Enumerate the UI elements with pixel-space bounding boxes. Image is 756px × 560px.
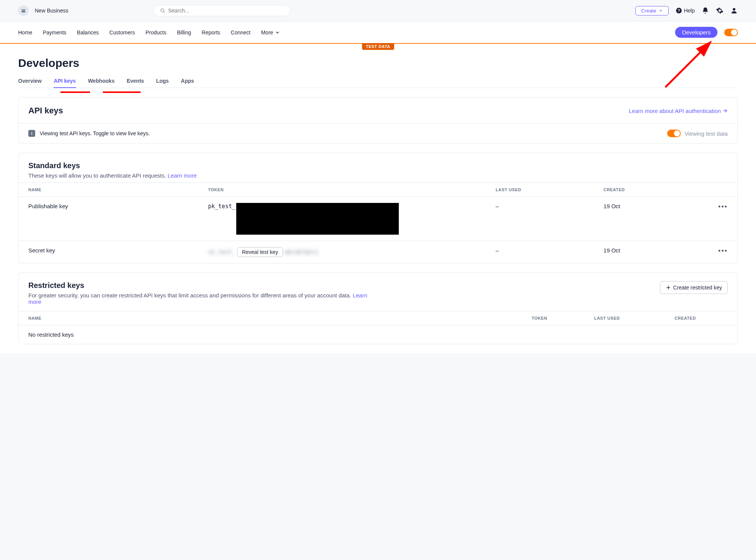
row-menu-icon[interactable]: ••• [718,203,728,210]
restricted-keys-card: Restricted keys For greater security, yo… [18,272,738,344]
nav-payments[interactable]: Payments [43,29,66,36]
col-name: NAME [19,183,198,197]
svg-line-1 [163,12,164,13]
topbar-right: Create ? Help [635,6,738,15]
tab-overview[interactable]: Overview [18,76,42,88]
api-keys-card: API keys Learn more about API authentica… [18,97,738,144]
create-restricted-label: Create restricted key [673,285,722,291]
nav-more[interactable]: More [261,29,280,36]
col-created: CREATED [594,183,702,197]
info-icon: i [28,130,35,137]
nav-connect[interactable]: Connect [231,29,251,36]
help-icon: ? [675,7,682,14]
table-row: Publishable key pk_test_ – 19 Oct ••• [19,197,737,241]
nav-more-label: More [261,29,273,36]
row-menu-icon[interactable]: ••• [718,247,728,255]
key-created: 19 Oct [594,241,702,263]
main-nav: Home Payments Balances Customers Product… [0,22,756,44]
restricted-keys-description: For greater security, you can create res… [28,292,369,305]
col-name: NAME [19,311,522,325]
arrow-right-icon [722,108,728,113]
search-icon [160,8,165,13]
business-icon[interactable] [18,5,29,16]
create-button[interactable]: Create [635,6,669,15]
test-mode-toggle[interactable] [724,29,738,36]
search-input[interactable] [168,8,284,14]
help-link[interactable]: ? Help [675,7,695,14]
col-created: CREATED [665,311,737,325]
col-last-used: LAST USED [584,311,665,325]
nav-customers[interactable]: Customers [109,29,135,36]
developers-button[interactable]: Developers [675,27,717,38]
col-token: TOKEN [522,311,584,325]
standard-keys-description: These keys will allow you to authenticat… [28,172,728,179]
standard-keys-title: Standard keys [28,161,728,170]
col-token: TOKEN [198,183,486,197]
chevron-down-icon [658,8,663,13]
chevron-down-icon [275,30,280,35]
standard-keys-card: Standard keys These keys will allow you … [18,153,738,263]
svg-point-4 [733,8,736,11]
key-last-used: – [486,197,593,241]
table-row: Secret key sk_test_ Reveal test key abcd… [19,241,737,263]
info-row: i Viewing test API keys. Toggle to view … [19,123,737,143]
view-test-data-toggle[interactable] [667,130,681,137]
table-row: No restricted keys [19,325,737,344]
create-restricted-key-button[interactable]: Create restricted key [660,281,728,294]
svg-text:?: ? [678,8,680,13]
key-last-used: – [486,241,593,263]
restricted-keys-title: Restricted keys [28,281,369,290]
key-name: Secret key [19,241,198,263]
business-name[interactable]: New Business [35,8,68,14]
token-redacted-block [236,203,399,235]
svg-point-0 [161,9,164,12]
tab-logs[interactable]: Logs [156,76,169,88]
help-label: Help [684,8,695,14]
token-blurred: abcdefghij [285,249,319,255]
tab-apps[interactable]: Apps [181,76,194,88]
reveal-key-button[interactable]: Reveal test key [237,247,283,257]
key-created: 19 Oct [594,197,702,241]
tab-events[interactable]: Events [127,76,144,88]
standard-learn-more-link[interactable]: Learn more [168,172,197,179]
toggle-label: Viewing test data [685,130,728,137]
token-prefix: pk_test_ [208,203,235,210]
plus-icon [666,285,671,290]
key-token-cell: sk_test_ Reveal test key abcdefghij [198,241,486,263]
settings-gear-icon[interactable] [716,7,723,14]
info-text: Viewing test API keys. Toggle to view li… [40,130,150,136]
key-token-cell[interactable]: pk_test_ [198,197,486,241]
api-keys-title: API keys [28,106,63,116]
page-title: Developers [18,57,738,70]
nav-billing[interactable]: Billing [177,29,191,36]
page-content: Developers Overview API keys Webhooks Ev… [0,44,756,353]
token-blurred: sk_test_ [208,249,235,255]
search-box[interactable] [154,5,290,16]
developer-tabs: Overview API keys Webhooks Events Logs A… [18,76,738,88]
key-name: Publishable key [19,197,198,241]
create-button-label: Create [641,8,656,14]
nav-products[interactable]: Products [146,29,166,36]
profile-icon[interactable] [730,7,738,14]
col-last-used: LAST USED [486,183,593,197]
nav-balances[interactable]: Balances [77,29,99,36]
notifications-icon[interactable] [702,7,709,14]
standard-keys-table: NAME TOKEN LAST USED CREATED Publishable… [19,183,737,263]
test-data-badge: TEST DATA [362,43,394,50]
learn-auth-link[interactable]: Learn more about API authentication [629,108,728,114]
empty-state: No restricted keys [19,325,737,344]
tab-api-keys[interactable]: API keys [54,76,76,88]
learn-auth-label: Learn more about API authentication [629,108,721,114]
tab-webhooks[interactable]: Webhooks [88,76,115,88]
nav-home[interactable]: Home [18,29,32,36]
restricted-keys-table: NAME TOKEN LAST USED CREATED No restrict… [19,311,737,344]
annotation-underline-2 [103,91,141,93]
nav-reports[interactable]: Reports [202,29,220,36]
annotation-underline-1 [60,91,90,93]
top-bar: New Business Create ? Help [0,0,756,22]
